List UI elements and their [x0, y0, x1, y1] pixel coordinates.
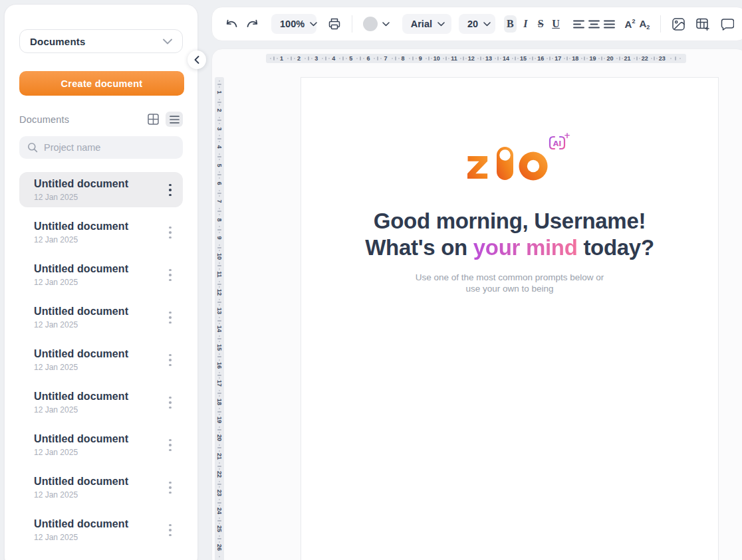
document-item-menu-button[interactable]: [163, 391, 178, 415]
logo: z: [301, 144, 718, 181]
bold-button[interactable]: B: [504, 15, 517, 33]
document-list-item[interactable]: Untitled document 12 Jan 2025: [19, 172, 183, 207]
document-list-item[interactable]: Untitled document 12 Jan 2025: [19, 342, 183, 377]
document-item-menu-button[interactable]: [163, 518, 178, 542]
subscript-base: A: [639, 18, 646, 29]
document-search: [19, 136, 183, 159]
ai-badge-text: AI: [553, 140, 561, 148]
document-item-meta: Untitled document 12 Jan 2025: [34, 347, 163, 372]
greeting-line-2: What's on your mind today?: [301, 234, 718, 261]
document-list-item[interactable]: Untitled document 12 Jan 2025: [19, 427, 183, 462]
italic-button[interactable]: I: [519, 15, 532, 33]
text-color-button[interactable]: [361, 15, 392, 33]
document-item-meta: Untitled document 12 Jan 2025: [34, 220, 163, 244]
subscript-num: 2: [646, 24, 650, 31]
chevron-down-icon: [310, 22, 317, 27]
document-item-meta: Untitled document 12 Jan 2025: [34, 390, 163, 415]
document-item-meta: Untitled document 12 Jan 2025: [34, 262, 163, 287]
document-item-meta: Untitled document 12 Jan 2025: [34, 177, 163, 202]
document-list-item[interactable]: Untitled document 12 Jan 2025: [19, 300, 183, 335]
strikethrough-button[interactable]: S: [535, 15, 547, 33]
format-toolbar: 100% Arial 20 B I S U: [211, 7, 742, 41]
text-color-swatch: [363, 17, 378, 31]
insert-table-button[interactable]: [693, 15, 712, 33]
editor-area: 1234567891011121314151617181920212223 12…: [211, 48, 742, 560]
document-list-item[interactable]: Untitled document 12 Jan 2025: [19, 385, 183, 420]
sidebar-collapse-button[interactable]: [187, 50, 206, 69]
document-item-title: Untitled document: [34, 263, 163, 275]
document-item-date: 12 Jan 2025: [34, 235, 163, 244]
greeting-line-2-prefix: What's on: [365, 235, 473, 260]
document-page[interactable]: z: [301, 77, 719, 560]
subscript-button[interactable]: A2: [639, 18, 650, 31]
document-item-menu-button[interactable]: [163, 348, 178, 372]
greeting-highlight: your mind: [473, 235, 578, 260]
insert-image-button[interactable]: [670, 15, 687, 33]
undo-button[interactable]: [223, 17, 241, 32]
document-item-title: Untitled document: [34, 348, 163, 360]
create-document-button[interactable]: Create document: [19, 71, 184, 96]
document-item-meta: Untitled document 12 Jan 2025: [34, 517, 163, 542]
subtitle-line-2: use your own to being: [301, 283, 718, 294]
font-family-select[interactable]: Arial: [402, 14, 451, 34]
document-item-date: 12 Jan 2025: [34, 490, 163, 500]
superscript-base: A: [625, 19, 632, 30]
subtitle-line-1: Use one of the most common prompts below…: [301, 272, 718, 283]
document-item-menu-button[interactable]: [163, 221, 178, 244]
document-item-menu-button[interactable]: [163, 476, 178, 500]
document-item-menu-button[interactable]: [163, 433, 178, 457]
document-list-item[interactable]: Untitled document 12 Jan 2025: [19, 215, 183, 250]
zoom-select[interactable]: 100%: [271, 14, 316, 34]
document-item-title: Untitled document: [34, 391, 163, 403]
greeting-line-1: Good morning, Username!: [301, 208, 718, 234]
zoom-value: 100%: [280, 19, 305, 29]
vertical-ruler: 1234567891011121314151617181920212223242…: [215, 77, 224, 560]
font-family-value: Arial: [411, 19, 432, 29]
superscript-button[interactable]: A2: [625, 19, 636, 30]
list-view-button[interactable]: [166, 112, 183, 127]
align-justify-button[interactable]: [602, 18, 617, 31]
toolbar-divider: [660, 15, 661, 33]
document-list-item[interactable]: Untitled document 12 Jan 2025: [19, 512, 183, 547]
chevron-left-icon: [194, 56, 199, 64]
workspace-selector[interactable]: Documents: [19, 29, 183, 53]
document-list-item[interactable]: Untitled document 12 Jan 2025: [19, 257, 183, 292]
documents-section-label: Documents: [19, 114, 69, 125]
document-item-date: 12 Jan 2025: [34, 448, 163, 457]
grid-view-button[interactable]: [144, 112, 162, 127]
search-input[interactable]: [44, 142, 175, 153]
underline-button[interactable]: U: [550, 15, 562, 33]
documents-section-header: Documents: [19, 112, 183, 127]
print-button[interactable]: [326, 15, 343, 33]
chevron-down-icon: [483, 22, 491, 27]
list-view-icon: [170, 116, 180, 124]
greeting-line-2-suffix: today?: [578, 235, 654, 260]
document-item-title: Untitled document: [34, 178, 163, 190]
chevron-down-icon: [382, 22, 390, 27]
document-item-menu-button[interactable]: [163, 306, 178, 329]
font-size-select[interactable]: 20: [459, 14, 495, 34]
ai-badge-sparkle: +: [563, 133, 570, 140]
chevron-down-icon: [437, 22, 445, 27]
document-item-menu-button[interactable]: [163, 263, 178, 287]
document-item-menu-button[interactable]: [163, 178, 178, 202]
document-item-date: 12 Jan 2025: [34, 278, 163, 287]
undo-icon: [225, 19, 239, 30]
comment-button[interactable]: [718, 16, 736, 33]
redo-button[interactable]: [243, 17, 261, 32]
superscript-num: 2: [632, 18, 635, 25]
grid-view-icon: [148, 114, 159, 125]
document-list-item[interactable]: Untitled document 12 Jan 2025: [19, 470, 183, 505]
align-center-button[interactable]: [586, 18, 602, 31]
document-item-date: 12 Jan 2025: [34, 405, 163, 415]
print-icon: [328, 17, 341, 31]
sidebar: Documents Create document Documents: [4, 4, 198, 560]
align-left-button[interactable]: [571, 18, 586, 31]
document-item-date: 12 Jan 2025: [34, 533, 163, 542]
align-center-icon: [588, 20, 600, 29]
font-size-value: 20: [467, 19, 478, 29]
redo-icon: [245, 19, 259, 30]
document-item-date: 12 Jan 2025: [34, 363, 163, 372]
document-item-meta: Untitled document 12 Jan 2025: [34, 475, 163, 500]
workspace-selector-label: Documents: [30, 36, 85, 47]
